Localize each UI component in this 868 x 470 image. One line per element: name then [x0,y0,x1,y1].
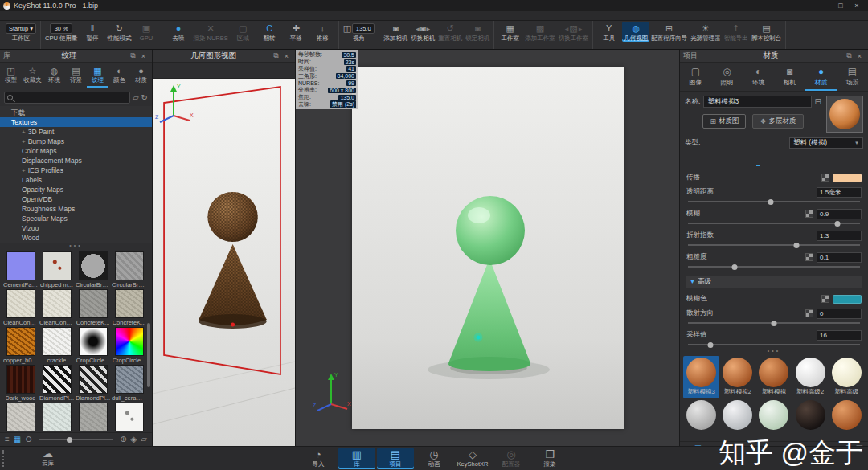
texture-thumbnail[interactable]: CircularBru... [76,251,110,289]
property-value-field[interactable]: 0 [817,309,862,319]
toolbar-button[interactable]: ◀ ⊞ ▶ 配置程序向导 [649,22,689,42]
tree-item[interactable]: Specular Maps [0,214,152,223]
project-tab[interactable]: ▤ 场景 [837,63,868,91]
library-tab[interactable]: ◍ 环境 [43,63,65,88]
texture-map-icon[interactable] [805,309,813,317]
texture-thumbnail[interactable]: CementPat... [3,251,38,289]
property-slider[interactable] [688,266,860,268]
tree-item[interactable]: Color Maps [0,146,152,156]
dock-button[interactable]: ❒ 渲染 [531,448,568,469]
float-panel-icon[interactable]: ⧉ [844,51,854,60]
material-preview[interactable] [826,96,863,133]
texture-thumbnail[interactable]: chipped m... [39,251,74,289]
thumbnail-scrollbar[interactable] [147,323,150,387]
slider-handle[interactable] [731,264,737,270]
material-item[interactable]: 塑料模拟 [755,356,792,398]
property-value-field[interactable]: 16 [817,330,862,341]
refresh-icon[interactable]: ↻ [141,93,148,102]
toolbar-button[interactable]: ◀ ◫ 135.0 ▶ 视角 [342,22,376,42]
library-tab[interactable]: ▤ 背景 [65,63,87,88]
texture-thumbnail[interactable]: DiamondPl... [39,365,74,403]
zoom-in-icon[interactable]: ⊕ [120,435,126,443]
project-tab[interactable]: ◙ 相机 [774,63,805,91]
property-slider[interactable] [688,344,860,345]
geometry-canvas[interactable]: Y X Z [153,79,295,446]
slider-handle[interactable] [67,437,72,443]
library-tab[interactable]: ☆ 收藏夹 [22,63,43,88]
toolbar-button[interactable]: ◀ ✚ ▶ 平移 [283,22,309,42]
close-button[interactable]: × [849,0,865,11]
material-item[interactable]: 塑料模拟3 [683,356,719,398]
dock-button[interactable]: ◇ KeyShotXR [454,448,491,469]
tree-item[interactable]: OpenVDB [0,194,152,204]
material-subtab[interactable] [788,163,792,165]
texture-thumbnail[interactable]: crackle [39,327,74,365]
material-type-dropdown[interactable]: 塑料 (模拟)▼ [789,137,863,149]
texture-thumbnail[interactable]: Fiberglass... [39,403,74,432]
texture-thumbnail[interactable]: CleanConc... [3,289,38,327]
toolbar-value-field[interactable]: 30 % [50,23,72,34]
slider-handle[interactable] [707,342,713,348]
project-tab[interactable]: ◎ 照明 [711,63,743,91]
texture-thumbnail[interactable]: CleanConc... [39,289,74,327]
project-tab[interactable]: ▢ 图像 [680,63,711,91]
minimize-button[interactable]: ─ [817,0,833,11]
slider-handle[interactable] [793,243,799,248]
material-item[interactable]: 塑料模拟2 [719,356,755,398]
project-tab[interactable]: ◐ 环境 [743,63,774,91]
search-box[interactable] [4,92,130,104]
slider-handle[interactable] [768,199,773,205]
toolbar-button[interactable]: ◀ ✕ ▶ 渲染 NURBS [191,22,229,42]
folder-icon[interactable]: ▱ [141,435,147,443]
property-slider[interactable] [688,244,860,246]
add-folder-icon[interactable]: ▱ [133,93,139,102]
dock-button[interactable]: ▥ 库 [338,448,375,469]
material-tool-button[interactable]: ⊞ 材质图 [702,114,746,129]
texture-thumbnail[interactable]: CropCircle... [112,327,146,365]
grid-view-icon[interactable]: ▦ [14,435,21,443]
tree-item[interactable]: +IES Profiles [0,166,152,175]
toolbar-button[interactable]: ◀ ▢ ▶ 区域 [230,22,256,42]
float-panel-icon[interactable]: ⧉ [271,51,281,60]
library-tab[interactable]: ● 材质 [130,63,152,88]
maximize-button[interactable]: □ [833,0,849,11]
tree-item[interactable]: Displacement Maps [0,156,152,166]
cloud-library-button[interactable]: ☁ 云库 [42,448,54,468]
texture-thumbnail[interactable]: Dark_wood [3,365,38,403]
toolbar-button[interactable]: ◀ ↺ ▶ 重置相机 [436,22,464,42]
tree-item[interactable]: Wood [0,233,152,243]
realtime-view[interactable]: 每秒帧数: 30.5 时间: 23s 采样值: 41 三角形: 84,000 N… [296,50,679,446]
close-panel-icon[interactable]: × [138,52,149,60]
toolbar-button[interactable]: ◀ ◙ ▶ 锁定相机 [464,22,491,42]
texture-map-icon[interactable] [805,210,813,218]
property-slider[interactable] [688,201,860,202]
material-tool-button[interactable]: ❖ 多层材质 [752,114,803,129]
toolbar-button[interactable]: ◀ ◍ ▶ 几何视图 [622,22,649,42]
panel-splitter-handle[interactable]: ••• [680,348,868,354]
texture-thumbnail[interactable]: DiamondPl... [76,365,110,403]
texture-thumbnail[interactable]: CircularBru... [112,251,146,289]
property-value-field[interactable]: 0.1 [817,252,862,263]
close-panel-icon[interactable]: × [281,52,292,60]
toolbar-button[interactable]: ◀ Startup ▾ ▶ 工作区 [4,22,38,42]
texture-thumbnail[interactable]: copper_h01C [3,327,38,365]
tree-item[interactable]: Labels [0,175,152,185]
material-subtab[interactable] [756,163,760,165]
texture-thumbnail[interactable]: fine_grain_... [76,403,110,432]
property-value-field[interactable]: 1.5毫米 [817,187,862,198]
library-tab[interactable]: ◳ 模型 [0,63,22,88]
toolbar-button[interactable]: ◀ ↻ ▶ 性能模式 [105,22,133,42]
material-item[interactable]: 塑料高级 [829,356,865,398]
material-item[interactable] [683,398,719,441]
color-swatch[interactable] [833,295,862,304]
toolbar-button[interactable]: ◀ ▨ ▶ 切换工作室 [557,22,591,42]
tree-item[interactable]: +Bump Maps [0,137,152,146]
tree-item[interactable]: Opacity Maps [0,185,152,194]
toolbar-button[interactable]: ◀ ↥ ▶ 智能导出 [723,22,750,42]
tree-item[interactable]: +3D Paint [0,127,152,137]
property-slider[interactable] [688,223,860,224]
library-tab[interactable]: ▦ 纹理 [87,63,108,88]
texture-map-icon[interactable] [805,253,813,261]
zoom-out-icon[interactable]: ⊖ [25,435,31,443]
material-name-input[interactable] [703,96,811,108]
